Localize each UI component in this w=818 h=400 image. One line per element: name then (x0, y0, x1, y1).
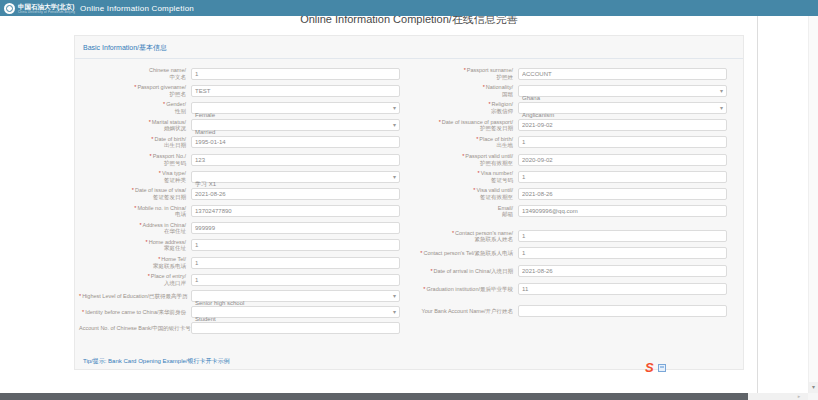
home-address-input[interactable] (191, 239, 400, 251)
form-row-identity-before-china: *Identity before came to China/来华前身份Stud… (79, 306, 400, 318)
sogou-ime-icon[interactable]: S (645, 361, 654, 375)
required-asterisk: * (478, 170, 480, 176)
scroll-right-arrow-icon[interactable] (794, 393, 804, 400)
date-of-birth-input[interactable] (191, 136, 400, 148)
ime-panel-icon[interactable] (658, 364, 666, 372)
nationality-select[interactable]: Ghana (518, 85, 727, 97)
place-of-entry-label: *Place of entry/入境口岸 (79, 273, 191, 286)
required-asterisk: * (430, 268, 432, 274)
vertical-scrollbar[interactable] (808, 16, 818, 393)
university-identity: 中国石油大学(北京) China University of Petroleum… (18, 3, 75, 14)
chevron-down-icon (720, 103, 723, 114)
content-right-border (757, 16, 758, 393)
form-row-visa-valid-until: *Visa valid until/签证有效期至 (406, 187, 727, 200)
address-in-china-label: *Address in China/在华住址 (79, 222, 191, 235)
app-header: 中国石油大学(北京) China University of Petroleum… (0, 0, 818, 16)
form-row-marital-status: *Marital status/婚姻状况Married (79, 119, 400, 132)
form-row-your-bank-account-name: Your Bank Account Name/开户行姓名 (406, 305, 727, 317)
chinese-name-input[interactable] (191, 68, 400, 80)
place-of-birth-input[interactable] (518, 136, 727, 148)
contact-person-name-input[interactable] (518, 230, 727, 242)
form-row-nationality: *Nationality/国籍Ghana (406, 84, 727, 97)
form-row-date-of-issue-of-visa: *Date of issue of visa/签证签发日期 (79, 187, 400, 200)
required-asterisk: * (488, 101, 490, 107)
form-row-chinese-name: Chinese name/中文名 (79, 67, 400, 80)
required-asterisk: * (464, 67, 466, 73)
form-row-mobile-no-china: *Mobile no. in China/电话 (79, 205, 400, 218)
graduation-institution-label: *Graduation institution/最后毕业学校 (406, 286, 518, 293)
mobile-no-china-input[interactable] (191, 205, 400, 217)
horizontal-scrollbar[interactable] (0, 393, 818, 400)
scroll-down-arrow-icon[interactable] (809, 382, 818, 393)
date-of-arrival-input[interactable] (518, 265, 727, 277)
chevron-down-icon (393, 307, 396, 318)
place-of-entry-input[interactable] (191, 274, 400, 286)
form-row-home-address: *Home address/家庭住址 (79, 239, 400, 252)
chinese-bank-account-no-label: Account No. of Chinese Bank/中国的银行卡号 (79, 325, 191, 332)
bank-card-example-tip-link[interactable]: Tip/提示: Bank Card Opening Example/银行卡开卡示… (83, 357, 230, 366)
required-asterisk: * (439, 119, 441, 125)
required-asterisk: * (483, 84, 485, 90)
date-of-issue-of-visa-input[interactable] (191, 188, 400, 200)
passport-no-input[interactable] (191, 154, 400, 166)
university-subtitle: China University of Petroleum-Beijing (18, 10, 75, 14)
date-of-arrival-label: *Date of arrival in China/入境日期 (406, 268, 518, 275)
required-asterisk: * (149, 119, 151, 125)
horizontal-scrollbar-thumb[interactable] (0, 393, 748, 400)
form-column-left: Chinese name/中文名*Passport givename/护照名*G… (79, 67, 406, 338)
form-row-contact-person-name: *Contact person's name/紧急联系人姓名 (406, 230, 727, 243)
required-asterisk: * (151, 136, 153, 142)
form-column-right: *Passport surname/护照姓*Nationality/国籍Ghan… (406, 67, 733, 338)
form-row-place-of-birth: *Place of birth/出生地 (406, 136, 727, 149)
passport-issuance-date-label: *Date of issuance of passport/护照签发日期 (406, 119, 518, 132)
section-title-basic-information: Basic Information/基本信息 (75, 36, 743, 59)
university-logo-icon (4, 3, 15, 14)
required-asterisk: * (163, 101, 165, 107)
form-row-graduation-institution: *Graduation institution/最后毕业学校 (406, 283, 727, 295)
chevron-down-icon (393, 172, 396, 183)
identity-before-china-select[interactable]: Student (191, 306, 400, 318)
required-asterisk: * (82, 309, 84, 315)
your-bank-account-name-input[interactable] (518, 305, 727, 317)
passport-givename-input[interactable] (191, 85, 400, 97)
passport-givename-label: *Passport givename/护照名 (79, 84, 191, 97)
required-asterisk: * (146, 239, 148, 245)
nationality-label: *Nationality/国籍 (406, 84, 518, 97)
gender-select[interactable]: Female (191, 102, 400, 114)
form-row-passport-surname: *Passport surname/护照姓 (406, 67, 727, 80)
chinese-name-label: Chinese name/中文名 (79, 67, 191, 80)
required-asterisk: * (159, 170, 161, 176)
highest-education-select[interactable]: Senior high school (191, 290, 400, 302)
chevron-down-icon (393, 103, 396, 114)
chevron-down-icon (393, 120, 396, 131)
date-of-issue-of-visa-label: *Date of issue of visa/签证签发日期 (79, 187, 191, 200)
form-panel: Basic Information/基本信息 Chinese name/中文名*… (74, 35, 744, 370)
contact-person-name-label: *Contact person's name/紧急联系人姓名 (406, 230, 518, 243)
visa-type-select[interactable]: 学习 X1 (191, 171, 400, 183)
visa-number-input[interactable] (518, 171, 727, 183)
passport-issuance-date-input[interactable] (518, 119, 727, 131)
passport-surname-input[interactable] (518, 68, 727, 80)
chinese-bank-account-no-input[interactable] (191, 322, 400, 334)
passport-valid-until-input[interactable] (518, 154, 727, 166)
graduation-institution-input[interactable] (518, 283, 727, 295)
passport-no-label: *Passport No./护照号码 (79, 153, 191, 166)
required-asterisk: * (79, 293, 81, 299)
form-row-date-of-birth: *Date of birth/出生日期 (79, 136, 400, 149)
visa-valid-until-label: *Visa valid until/签证有效期至 (406, 187, 518, 200)
religion-label: *Religion/宗教信仰 (406, 101, 518, 114)
marital-status-select[interactable]: Married (191, 119, 400, 131)
visa-valid-until-input[interactable] (518, 188, 727, 200)
required-asterisk: * (462, 153, 464, 159)
form-row-contact-person-tel: *Contact person's Tel/紧急联系人电话 (406, 247, 727, 259)
address-in-china-input[interactable] (191, 222, 400, 234)
home-tel-input[interactable] (191, 257, 400, 269)
email-input[interactable] (518, 205, 727, 217)
highest-education-label: *Highest Level of Education/已获得最高学历 (79, 293, 191, 300)
religion-select[interactable]: Anglicanism (518, 102, 727, 114)
basic-information-form: Chinese name/中文名*Passport givename/护照名*G… (75, 59, 743, 338)
contact-person-tel-input[interactable] (518, 247, 727, 259)
home-tel-label: *Home Tel/家庭联系电话 (79, 256, 191, 269)
form-row-passport-givename: *Passport givename/护照名 (79, 84, 400, 97)
chevron-down-icon (720, 86, 723, 97)
